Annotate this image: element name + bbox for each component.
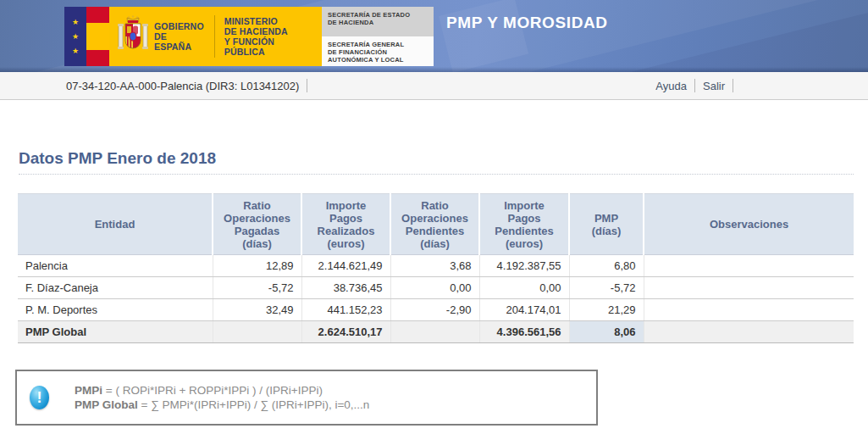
- pmp-data-table: Entidad Ratio Operaciones Pagadas (días)…: [18, 193, 854, 343]
- column-header-importe-realizados: Importe Pagos Realizados (euros): [301, 194, 390, 255]
- cell-ratio-pendientes: 0,00: [390, 277, 479, 299]
- cell-importe-realizados: 441.152,23: [301, 299, 390, 321]
- table-row: F. Díaz-Caneja -5,72 38.736,45 0,00 0,00…: [18, 277, 854, 299]
- cell-observaciones: [644, 299, 854, 321]
- cell-pmp-global: 8,06: [569, 321, 644, 343]
- column-header-importe-pendientes: Importe Pagos Pendientes (euros): [479, 194, 569, 255]
- logout-link[interactable]: Salir: [703, 80, 725, 92]
- page-title: Datos PMP Enero de 2018: [19, 149, 854, 175]
- column-header-entidad: Entidad: [18, 194, 213, 255]
- cell-observaciones: [644, 255, 854, 277]
- star-icon: ★: [72, 33, 79, 41]
- cell-entidad: Palencia: [18, 255, 213, 277]
- gobierno-label: GOBIERNO DE ESPAÑA: [154, 21, 204, 52]
- formula-pmp-global: PMP Global = ∑ PMPi*(IPRi+IPPi) / ∑ (IPR…: [75, 398, 369, 412]
- flag-red-band: [86, 7, 109, 23]
- cell-entidad: P. M. Deportes: [18, 299, 213, 321]
- cell-pmp: 21,29: [569, 299, 644, 321]
- cell-ratio-pagadas: -5,72: [213, 277, 301, 299]
- column-header-ratio-pagadas: Ratio Operaciones Pagadas (días): [213, 194, 301, 255]
- eu-flag-strip: ★ ★ ★: [64, 7, 86, 66]
- cell-importe-pendientes: 0,00: [479, 277, 569, 299]
- flag-red-band: [86, 50, 109, 66]
- secretarias-block: SECRETARÍA DE ESTADO DE HACIENDA SECRETA…: [318, 7, 434, 66]
- separator: [307, 79, 307, 92]
- table-total-row: PMP Global 2.624.510,17 4.396.561,56 8,0…: [18, 321, 854, 343]
- cell-entidad: PMP Global: [18, 321, 213, 343]
- cell-importe-realizados: 2.624.510,17: [301, 321, 390, 343]
- cell-pmp: 6,80: [569, 255, 644, 277]
- cell-ratio-pagadas: [213, 321, 301, 343]
- column-header-observaciones: Observaciones: [644, 194, 854, 255]
- cell-ratio-pendientes: -2,90: [390, 299, 479, 321]
- toolbar: 07-34-120-AA-000-Palencia (DIR3: L013412…: [0, 72, 868, 100]
- cell-ratio-pendientes: 3,68: [390, 255, 479, 277]
- cell-observaciones: [644, 321, 854, 343]
- star-icon: ★: [72, 19, 79, 26]
- table-row: P. M. Deportes 32,49 441.152,23 -2,90 20…: [18, 299, 854, 321]
- separator: [694, 79, 695, 92]
- cell-importe-pendientes: 4.192.387,55: [479, 255, 569, 277]
- cell-ratio-pagadas: 32,49: [213, 299, 301, 321]
- column-header-ratio-pendientes: Ratio Operaciones Pendientes (días): [390, 194, 479, 255]
- flag-yellow-band: [86, 23, 109, 50]
- column-header-pmp: PMP (días): [569, 194, 644, 255]
- cell-observaciones: [644, 277, 854, 299]
- table-header-row: Entidad Ratio Operaciones Pagadas (días)…: [18, 194, 854, 255]
- cell-importe-pendientes: 4.396.561,56: [479, 321, 569, 343]
- table-row: Palencia 12,89 2.144.621,49 3,68 4.192.3…: [18, 255, 854, 277]
- help-link[interactable]: Ayuda: [655, 80, 687, 92]
- spain-coat-of-arms-icon: [118, 14, 148, 58]
- logo-divider: [214, 15, 215, 58]
- formula-info-box: ! PMPi = ( ROPi*IPRi + ROPPi*IPPi ) / (I…: [15, 370, 598, 426]
- info-icon: !: [30, 386, 49, 409]
- separator: [733, 79, 733, 92]
- ministerio-label: MINISTERIO DE HACIENDA Y FUNCIÓN PÚBLICA: [224, 16, 309, 57]
- star-icon: ★: [72, 47, 79, 55]
- app-title: PMP Y MOROSIDAD: [446, 14, 608, 32]
- spain-flag-strip: [86, 7, 109, 66]
- secretaria-general-label: SECRETARÍA GENERAL DE FINANCIACIÓN AUTON…: [322, 36, 434, 66]
- cell-ratio-pendientes: [390, 321, 479, 343]
- entity-code: 07-34-120-AA-000-Palencia (DIR3: L013412…: [66, 80, 299, 92]
- government-logo-box: GOBIERNO DE ESPAÑA MINISTERIO DE HACIEND…: [109, 7, 318, 66]
- cell-importe-realizados: 38.736,45: [301, 277, 390, 299]
- cell-ratio-pagadas: 12,89: [213, 255, 301, 277]
- cell-importe-realizados: 2.144.621,49: [301, 255, 390, 277]
- pmp-formulas: PMPi = ( ROPi*IPRi + ROPPi*IPPi ) / (IPR…: [75, 383, 369, 412]
- cell-importe-pendientes: 204.174,01: [479, 299, 569, 321]
- main-content: Datos PMP Enero de 2018 Entidad Ratio Op…: [18, 149, 854, 426]
- app-header: ★ ★ ★: [0, 0, 868, 72]
- gobierno-de-espana-logo: ★ ★ ★: [64, 7, 434, 66]
- formula-pmpi: PMPi = ( ROPi*IPRi + ROPPi*IPPi ) / (IPR…: [75, 383, 369, 398]
- cell-entidad: F. Díaz-Caneja: [18, 277, 213, 299]
- cell-pmp: -5,72: [569, 277, 644, 299]
- secretaria-estado-label: SECRETARÍA DE ESTADO DE HACIENDA: [322, 7, 434, 36]
